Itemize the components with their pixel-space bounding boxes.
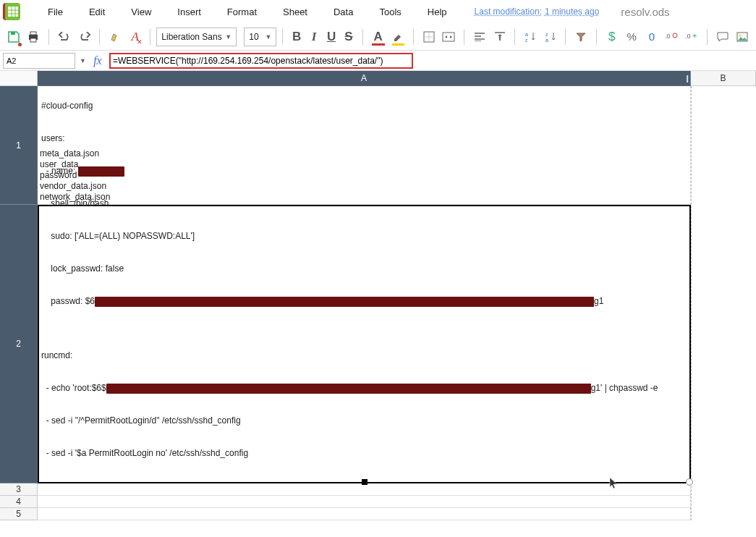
menu-format[interactable]: Format xyxy=(214,7,270,17)
undo-icon xyxy=(58,32,71,42)
cell-a2[interactable]: #cloud-config users: - name: shell: /bin… xyxy=(38,205,691,483)
row-header-4[interactable]: 4 xyxy=(0,496,38,508)
select-all-corner[interactable] xyxy=(0,71,38,86)
sort-desc-icon: za xyxy=(545,31,556,43)
highlight-icon xyxy=(392,31,404,43)
main-toolbar: A✕ Liberation Sans▼ 10▼ B I U S A az za … xyxy=(0,23,756,51)
decrease-decimal-button[interactable]: .0 xyxy=(663,27,681,47)
formula-bar: ▼ fx xyxy=(0,51,756,71)
cell-a4[interactable] xyxy=(38,496,691,508)
inc-decimal-icon: .0+ xyxy=(685,32,698,42)
svg-text:z: z xyxy=(545,32,548,37)
increase-decimal-button[interactable]: .0+ xyxy=(682,27,701,47)
font-color-letter: A xyxy=(370,30,387,44)
redacted-block xyxy=(78,166,124,177)
column-b-label: B xyxy=(720,73,726,83)
last-modified-time[interactable]: 1 minutes ago xyxy=(545,7,599,17)
svg-text:a: a xyxy=(545,38,548,43)
menubar: File Edit View Insert Format Sheet Data … xyxy=(0,0,756,23)
svg-rect-6 xyxy=(443,33,454,41)
cells-area[interactable]: meta_data.json user_data password vendor… xyxy=(38,86,756,537)
image-button[interactable] xyxy=(733,27,752,47)
column-boundary xyxy=(691,86,692,520)
document-filename: resolv.ods xyxy=(621,6,669,18)
cell-reference-input[interactable] xyxy=(3,53,75,69)
spreadsheet-grid: A|| B 1 2 3 4 5 meta_data.json user_data… xyxy=(0,71,756,537)
row-header-3[interactable]: 3 xyxy=(0,483,38,496)
svg-text:a: a xyxy=(525,32,528,37)
font-name-value: Liberation Sans xyxy=(161,32,221,42)
menu-view[interactable]: View xyxy=(118,7,164,17)
sort-ascending-button[interactable]: az xyxy=(521,27,540,47)
formula-input-highlight xyxy=(109,53,413,69)
font-size-select[interactable]: 10▼ xyxy=(244,28,276,46)
svg-point-12 xyxy=(673,33,677,38)
redacted-block xyxy=(106,384,591,394)
align-top-button[interactable] xyxy=(490,27,509,47)
align-left-button[interactable] xyxy=(470,27,489,47)
merge-cells-button[interactable] xyxy=(440,27,459,47)
highlight-color-button[interactable] xyxy=(389,27,408,47)
underline-button[interactable]: U xyxy=(323,27,339,47)
border-icon xyxy=(423,31,435,43)
highlight-color-swatch xyxy=(392,43,405,46)
print-button[interactable] xyxy=(25,27,43,47)
svg-text:z: z xyxy=(525,38,528,43)
svg-text:.0: .0 xyxy=(665,33,671,40)
selection-autofill-handle[interactable] xyxy=(686,478,693,486)
formula-input[interactable] xyxy=(113,56,409,66)
svg-rect-1 xyxy=(11,32,15,35)
merge-icon xyxy=(442,32,455,42)
menu-edit[interactable]: Edit xyxy=(76,7,118,17)
mouse-cursor-icon xyxy=(609,477,619,490)
undo-button[interactable] xyxy=(55,27,74,47)
percent-button[interactable]: % xyxy=(622,27,641,47)
row-header-2[interactable]: 2 xyxy=(0,205,38,483)
last-modified-label[interactable]: Last modification: xyxy=(475,7,542,17)
number-format-button[interactable]: 0 xyxy=(642,27,661,47)
menu-insert[interactable]: Insert xyxy=(164,7,214,17)
clear-formatting-button[interactable]: A✕ xyxy=(126,27,145,47)
font-name-select[interactable]: Liberation Sans▼ xyxy=(156,28,237,46)
format-paintbrush-button[interactable] xyxy=(106,27,124,47)
menu-data[interactable]: Data xyxy=(320,7,366,17)
sort-descending-button[interactable]: za xyxy=(541,27,560,47)
row-header-1[interactable]: 1 xyxy=(0,86,38,205)
comment-icon xyxy=(717,32,729,42)
cell-a3[interactable] xyxy=(38,483,691,496)
autofilter-button[interactable] xyxy=(572,27,590,47)
border-button[interactable] xyxy=(420,27,438,47)
italic-button[interactable]: I xyxy=(306,27,322,47)
currency-button[interactable]: $ xyxy=(603,27,621,47)
column-header-b[interactable]: B xyxy=(691,71,756,86)
cell-a2-content: #cloud-config users: - name: shell: /bin… xyxy=(41,79,687,481)
selection-handle[interactable] xyxy=(362,479,368,485)
chevron-down-icon[interactable]: ▼ xyxy=(80,57,86,64)
dec-decimal-icon: .0 xyxy=(665,32,678,42)
font-color-button[interactable]: A xyxy=(369,27,388,47)
bold-button[interactable]: B xyxy=(289,27,305,47)
fx-icon[interactable]: fx xyxy=(90,54,105,67)
menu-help[interactable]: Help xyxy=(415,7,460,17)
paintbrush-icon xyxy=(109,30,121,43)
row-header-5[interactable]: 5 xyxy=(0,508,38,520)
sort-asc-icon: az xyxy=(524,31,536,43)
redo-button[interactable] xyxy=(75,27,94,47)
save-button[interactable] xyxy=(4,27,23,47)
menu-sheet[interactable]: Sheet xyxy=(270,7,320,17)
print-icon xyxy=(27,30,40,43)
redacted-block xyxy=(95,297,594,307)
menu-tools[interactable]: Tools xyxy=(366,7,414,17)
strikethrough-button[interactable]: S xyxy=(341,27,357,47)
chevron-down-icon: ▼ xyxy=(225,33,232,41)
font-size-value: 10 xyxy=(249,32,258,42)
cell-a5[interactable] xyxy=(38,508,691,520)
comment-button[interactable] xyxy=(713,27,732,47)
svg-rect-0 xyxy=(8,7,18,17)
app-icon xyxy=(3,3,20,20)
filter-icon xyxy=(576,32,586,42)
font-color-swatch xyxy=(372,43,385,46)
menu-file[interactable]: File xyxy=(35,7,76,17)
svg-text:+: + xyxy=(692,32,697,40)
row-headers: 1 2 3 4 5 xyxy=(0,86,38,537)
